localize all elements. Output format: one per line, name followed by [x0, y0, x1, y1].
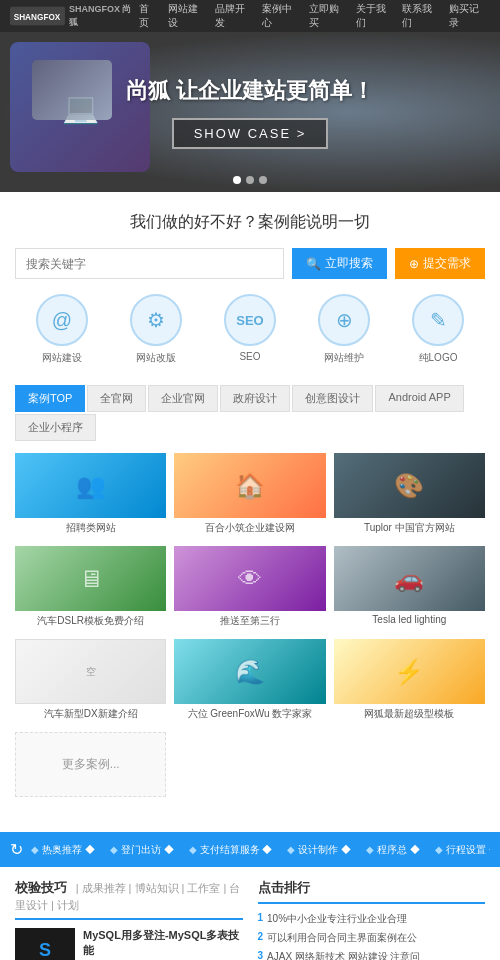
showcase-title: 我们做的好不好？案例能说明一切 — [15, 212, 485, 233]
nav-about[interactable]: 关于我们 — [351, 2, 397, 30]
nav-contact[interactable]: 联系我们 — [397, 2, 443, 30]
portfolio-caption-5: 推送至第三行 — [174, 611, 325, 631]
cat-redesign-label: 网站改版 — [136, 351, 176, 365]
nav-website[interactable]: 网站建设 — [163, 2, 209, 30]
hero-title: 尚狐 让企业建站更简单！ — [126, 76, 374, 106]
blog-right-title: 点击排行 — [258, 879, 486, 904]
search-bar: 🔍 立即搜索 ⊕ 提交需求 — [15, 248, 485, 279]
portfolio-thumb-3: 🎨 — [334, 453, 485, 518]
portfolio-caption-9: 网狐最新超级型模板 — [334, 704, 485, 724]
ticker-items: ◆热奥推荐 ◆ ◆登门出访 ◆ ◆支付结算服务 ◆ ◆设计制作 ◆ ◆程序总 ◆… — [31, 843, 490, 857]
popular-2[interactable]: 2 可以利用合同合同主界面案例在公 — [258, 931, 486, 945]
portfolio-caption-3: Tuplor 中国官方网站 — [334, 518, 485, 538]
hero-banner: 💻 尚狐 让企业建站更简单！ SHOW CASE > — [0, 32, 500, 192]
portfolio-caption-7: 汽车新型DX新建介绍 — [15, 704, 166, 724]
ticker-item-3[interactable]: ◆支付结算服务 ◆ — [189, 843, 273, 857]
search-button[interactable]: 🔍 立即搜索 — [292, 248, 387, 279]
cat-seo-label: SEO — [239, 351, 260, 362]
portfolio-item-6[interactable]: 🚗 Tesla led lighting — [334, 546, 485, 631]
portfolio-img-9: ⚡ — [394, 658, 424, 686]
portfolio-item-more[interactable]: 更多案例... — [15, 732, 166, 797]
portfolio-thumb-8: 🌊 — [174, 639, 325, 704]
portfolio-grid: 👥 招聘类网站 🏠 百合小筑企业建设网 🎨 Tuplor 中国官方网站 🖥 汽车… — [15, 453, 485, 797]
tab-enterprise[interactable]: 企业官网 — [148, 385, 218, 412]
portfolio-empty-label: 空 — [86, 665, 96, 679]
search-input[interactable] — [15, 248, 284, 279]
portfolio-thumb-4: 🖥 — [15, 546, 166, 611]
blog-right: 点击排行 1 10%中小企业专注行业企业合理 2 可以利用合同合同主界面案例在公… — [258, 879, 486, 960]
svg-text:SHANGFOX: SHANGFOX — [14, 13, 61, 22]
logo: SHANGFOX SHANGFOX 尚狐 — [10, 3, 134, 29]
portfolio-img-3: 🎨 — [394, 472, 424, 500]
portfolio-item-7[interactable]: 空 汽车新型DX新建介绍 — [15, 639, 166, 724]
portfolio-tabs: 案例TOP 全官网 企业官网 政府设计 创意图设计 Android APP 企业… — [15, 385, 485, 441]
hero-dot-1[interactable] — [233, 176, 241, 184]
showcase-section: 我们做的好不好？案例能说明一切 🔍 立即搜索 ⊕ 提交需求 @ 网站建设 ⚙ 网… — [0, 192, 500, 832]
submit-requirement-button[interactable]: ⊕ 提交需求 — [395, 248, 485, 279]
tab-android[interactable]: Android APP — [375, 385, 463, 412]
nav-cases[interactable]: 案例中心 — [257, 2, 303, 30]
hero-showcase-button[interactable]: SHOW CASE > — [172, 118, 329, 149]
hero-dot-2[interactable] — [246, 176, 254, 184]
popular-1[interactable]: 1 10%中小企业专注行业企业合理 — [258, 912, 486, 926]
portfolio-img-5: 👁 — [238, 565, 262, 593]
cat-redesign-circle: ⚙ — [130, 294, 182, 346]
portfolio-img-1: 👥 — [76, 472, 106, 500]
blog-left-title: 校验技巧 | 成果推荐 | 博站知识 | 工作室 | 台里设计 | 计划 — [15, 879, 243, 920]
portfolio-item-2[interactable]: 🏠 百合小筑企业建设网 — [174, 453, 325, 538]
cat-logo-circle: ✎ — [412, 294, 464, 346]
tab-creative[interactable]: 创意图设计 — [292, 385, 373, 412]
tab-all[interactable]: 全官网 — [87, 385, 146, 412]
plus-icon: ⊕ — [409, 257, 419, 271]
ticker-item-4[interactable]: ◆设计制作 ◆ — [287, 843, 351, 857]
search-button-label: 立即搜索 — [325, 255, 373, 272]
submit-btn-label: 提交需求 — [423, 255, 471, 272]
logo-icon: SHANGFOX — [10, 6, 65, 26]
blog-thumb-1: S — [15, 928, 75, 960]
portfolio-item-9[interactable]: ⚡ 网狐最新超级型模板 — [334, 639, 485, 724]
logo-text: SHANGFOX 尚狐 — [69, 3, 135, 29]
tab-top[interactable]: 案例TOP — [15, 385, 85, 412]
tab-miniapp[interactable]: 企业小程序 — [15, 414, 96, 441]
shangfox-logo-small: S — [39, 940, 51, 960]
portfolio-caption-4: 汽车DSLR模板免费介绍 — [15, 611, 166, 631]
ticker-item-2[interactable]: ◆登门出访 ◆ — [110, 843, 174, 857]
cat-logo-label: 纯LOGO — [419, 351, 458, 365]
tab-government[interactable]: 政府设计 — [220, 385, 290, 412]
popular-3[interactable]: 3 AJAX 网络新技术 网站建设 注意问 — [258, 950, 486, 960]
ticker-item-5[interactable]: ◆程序总 ◆ — [366, 843, 420, 857]
portfolio-thumb-2: 🏠 — [174, 453, 325, 518]
portfolio-item-1[interactable]: 👥 招聘类网站 — [15, 453, 166, 538]
cat-maintenance[interactable]: ⊕ 网站维护 — [318, 294, 370, 365]
ticker-item-1[interactable]: ◆热奥推荐 ◆ — [31, 843, 95, 857]
portfolio-caption-1: 招聘类网站 — [15, 518, 166, 538]
ticker-item-6[interactable]: ◆行程设置 ◆ — [435, 843, 490, 857]
portfolio-item-3[interactable]: 🎨 Tuplor 中国官方网站 — [334, 453, 485, 538]
cat-website-label: 网站建设 — [42, 351, 82, 365]
portfolio-item-4[interactable]: 🖥 汽车DSLR模板免费介绍 — [15, 546, 166, 631]
portfolio-item-5[interactable]: 👁 推送至第三行 — [174, 546, 325, 631]
nav-brand[interactable]: 品牌开发 — [210, 2, 256, 30]
nav-buy[interactable]: 立即购买 — [304, 2, 350, 30]
hero-dot-3[interactable] — [259, 176, 267, 184]
nav-home[interactable]: 首页 — [134, 2, 162, 30]
portfolio-thumb-5: 👁 — [174, 546, 325, 611]
blog-post-1[interactable]: S MySQL用多登注-MySQL多表技能 MySQL了解多数登注-MySQL多… — [15, 928, 243, 960]
category-icons: @ 网站建设 ⚙ 网站改版 SEO SEO ⊕ 网站维护 ✎ 纯LOGO — [15, 294, 485, 365]
hero-dots — [233, 176, 267, 184]
nav-records[interactable]: 购买记录 — [444, 2, 490, 30]
blog-title-1: MySQL用多登注-MySQL多表技能 — [83, 928, 243, 958]
cat-website[interactable]: @ 网站建设 — [36, 294, 88, 365]
more-cases-label: 更多案例... — [62, 756, 120, 773]
cat-seo[interactable]: SEO SEO — [224, 294, 276, 365]
more-cases-box[interactable]: 更多案例... — [15, 732, 166, 797]
hero-content: 尚狐 让企业建站更简单！ SHOW CASE > — [126, 76, 374, 149]
cat-redesign[interactable]: ⚙ 网站改版 — [130, 294, 182, 365]
portfolio-thumb-9: ⚡ — [334, 639, 485, 704]
cat-seo-circle: SEO — [224, 294, 276, 346]
cat-logo[interactable]: ✎ 纯LOGO — [412, 294, 464, 365]
cat-website-circle: @ — [36, 294, 88, 346]
portfolio-caption-6: Tesla led lighting — [334, 611, 485, 628]
blog-section: 校验技巧 | 成果推荐 | 博站知识 | 工作室 | 台里设计 | 计划 S M… — [0, 867, 500, 960]
portfolio-item-8[interactable]: 🌊 六位 GreenFoxWu 数字家家 — [174, 639, 325, 724]
